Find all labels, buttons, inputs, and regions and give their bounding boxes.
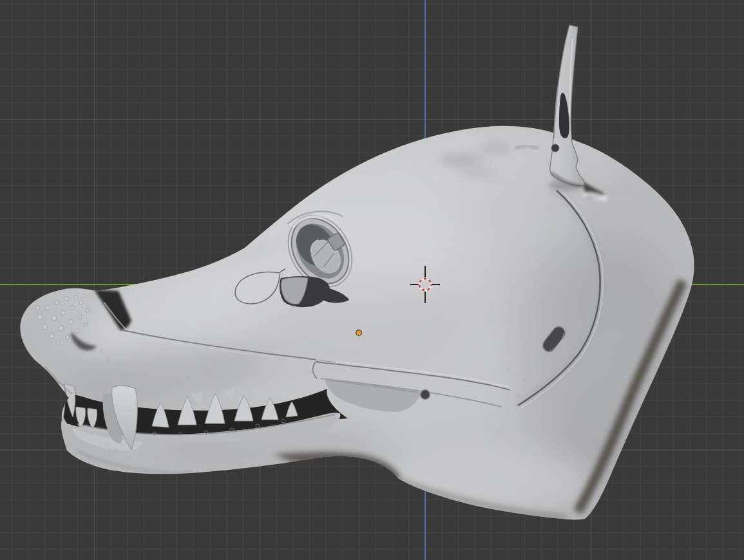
front-fang — [52, 381, 65, 421]
blade-round-hole — [551, 144, 559, 152]
object-origin-icon — [356, 330, 361, 335]
cheek-round-hole — [421, 390, 430, 400]
crown-dent-1 — [438, 152, 483, 167]
blender-3d-viewport[interactable] — [0, 0, 744, 560]
crown-dent-3 — [461, 166, 499, 179]
crown-dent-2 — [480, 142, 512, 154]
scene-layer — [0, 0, 744, 560]
skull-model-group[interactable] — [20, 25, 702, 519]
